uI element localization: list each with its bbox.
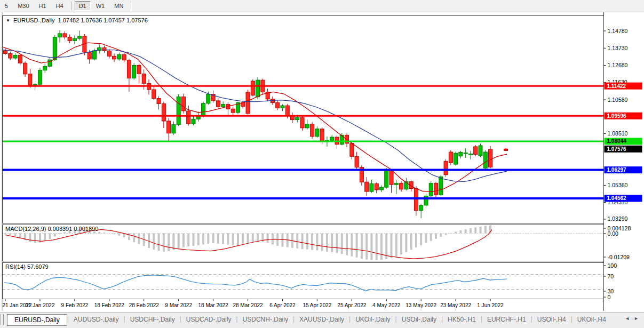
macd-histogram-bar	[331, 234, 333, 252]
candle	[355, 156, 359, 167]
macd-histogram-bar	[247, 234, 249, 243]
candle	[78, 36, 82, 38]
hline-resistance-1-tag-text: 1.11422	[607, 83, 626, 89]
candle	[311, 124, 314, 137]
candle	[18, 55, 22, 63]
candle	[370, 183, 373, 191]
macd-histogram-bar	[391, 234, 393, 258]
chart-title: ▼ EURUSD-,Daily 1.07482 1.07636 1.07457 …	[6, 17, 148, 23]
macd-histogram-bar	[296, 234, 298, 249]
tab-usdcad-daily[interactable]: USDCAD-,Daily	[181, 314, 236, 325]
tab-audusd-daily[interactable]: AUDUSD-,Daily	[69, 314, 124, 325]
tab-usdcnh-daily[interactable]: USDCNH-,Daily	[238, 314, 293, 325]
tab-usoil-h4[interactable]: USOil-,H4	[532, 314, 571, 325]
tab-eurusd-daily[interactable]: EURUSD-,Daily	[7, 314, 67, 326]
tab-ukoil-h4[interactable]: UKOil-,H4	[573, 314, 611, 325]
candle	[464, 153, 467, 154]
macd-histogram-bar	[202, 234, 204, 245]
tabbar-grip	[1, 314, 4, 325]
macd-histogram-bar	[34, 234, 36, 243]
indicator-axis-label: 70	[608, 273, 614, 279]
date-label: 6 Apr 2022	[269, 302, 296, 308]
timeframe-button-h4[interactable]: H4	[52, 1, 68, 11]
candle	[216, 101, 220, 107]
hline-resistance-2-tag-text: 1.09596	[607, 113, 627, 119]
macd-histogram-bar	[287, 234, 289, 247]
macd-histogram-bar	[445, 234, 447, 235]
macd-histogram-bar	[479, 227, 481, 234]
timeframe-button-mn[interactable]: MN	[110, 1, 128, 11]
macd-histogram-bar	[29, 234, 31, 242]
candle	[483, 152, 487, 168]
candle	[33, 84, 37, 85]
candle	[192, 119, 195, 124]
candle	[181, 97, 185, 111]
timeframe-button-d1[interactable]: D1	[75, 1, 91, 11]
candle	[117, 54, 121, 59]
tab-eurchf-h1[interactable]: EURCHF-,H1	[482, 314, 531, 325]
timeframe-button-5[interactable]: 5	[1, 1, 12, 11]
tab-hk50-h1[interactable]: HK50-,H1	[443, 314, 481, 325]
tab-ukoil-daily[interactable]: UKOil-,Daily	[351, 314, 395, 325]
macd-histogram-bar	[474, 227, 476, 233]
candle	[68, 37, 71, 41]
macd-histogram-bar	[153, 234, 155, 250]
macd-histogram-bar	[242, 234, 244, 244]
candle	[132, 66, 136, 78]
timeframe-button-h1[interactable]: H1	[35, 1, 51, 11]
tab-scroll-left-icon[interactable]: ◄	[625, 316, 630, 321]
ohlc-values: 1.07482 1.07636 1.07457 1.07576	[58, 17, 148, 23]
date-label: 28 Feb 2022	[129, 302, 160, 308]
candle	[58, 34, 62, 37]
macd-indicator-label: MACD(12,26,9) 0.003391 0.001890	[5, 226, 98, 232]
macd-histogram-bar	[395, 234, 397, 257]
candle	[157, 99, 161, 104]
candle	[177, 97, 180, 125]
candle	[444, 161, 448, 174]
date-label: 4 May 2022	[372, 302, 401, 308]
candle	[113, 56, 116, 59]
macd-histogram-bar	[336, 234, 338, 253]
date-label: 25 Apr 2022	[337, 302, 366, 308]
hline-support-2-tag-text: 1.04562	[607, 195, 627, 201]
macd-histogram-bar	[370, 234, 372, 260]
macd-histogram-bar	[212, 234, 214, 244]
candle	[13, 55, 17, 58]
symbol-dropdown-icon[interactable]: ▼	[6, 18, 10, 23]
hline-pivot-tag-text: 1.08044	[607, 138, 627, 144]
candle	[4, 51, 7, 54]
date-label: 9 Mar 2022	[165, 302, 192, 308]
candle	[489, 149, 492, 167]
macd-histogram-bar	[14, 234, 17, 237]
macd-histogram-bar	[455, 232, 457, 234]
tab-usoil-daily[interactable]: USOil-,Daily	[397, 314, 441, 325]
trading-platform-window: { "toolbar": { "timeframes": [ {"label":…	[0, 0, 644, 328]
tab-xauusd-daily[interactable]: XAUUSD-,Daily	[295, 314, 349, 325]
candle	[459, 152, 463, 156]
macd-histogram-bar	[168, 234, 170, 251]
macd-histogram-bar	[4, 234, 6, 235]
macd-histogram-bar	[450, 234, 452, 234]
macd-histogram-bar	[321, 234, 323, 251]
timeframe-button-w1[interactable]: W1	[92, 1, 109, 11]
date-label: 28 Mar 2022	[233, 302, 263, 308]
candle	[350, 143, 354, 157]
candle	[474, 147, 478, 155]
candle	[251, 81, 255, 95]
candle	[281, 106, 284, 108]
candle	[9, 53, 12, 58]
current-bar	[504, 149, 508, 150]
macd-histogram-bar	[311, 234, 313, 250]
macd-histogram-bar	[222, 234, 224, 244]
tab-scroll-right-icon[interactable]: ►	[634, 316, 639, 321]
rsi-indicator-label: RSI(14) 57.6079	[5, 263, 49, 270]
price-axis-label: 1.13730	[608, 45, 628, 51]
candle	[379, 187, 383, 190]
macd-histogram-bar	[435, 234, 437, 239]
macd-histogram-bar	[98, 232, 100, 234]
candle	[187, 111, 190, 124]
tab-usdchf-daily[interactable]: USDCHF-,Daily	[125, 314, 180, 325]
timeframe-button-m30[interactable]: M30	[13, 1, 33, 11]
macd-histogram-bar	[59, 234, 61, 234]
macd-histogram-bar	[104, 233, 106, 233]
